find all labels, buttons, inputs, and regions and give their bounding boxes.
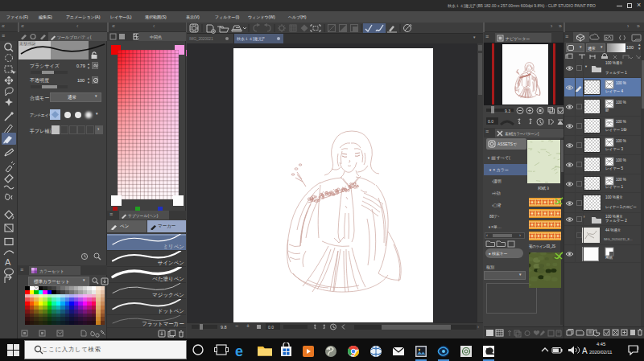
- svg-text:A: A: [582, 347, 588, 355]
- svg-text:e: e: [235, 343, 243, 359]
- svg-text:A: A: [5, 257, 11, 267]
